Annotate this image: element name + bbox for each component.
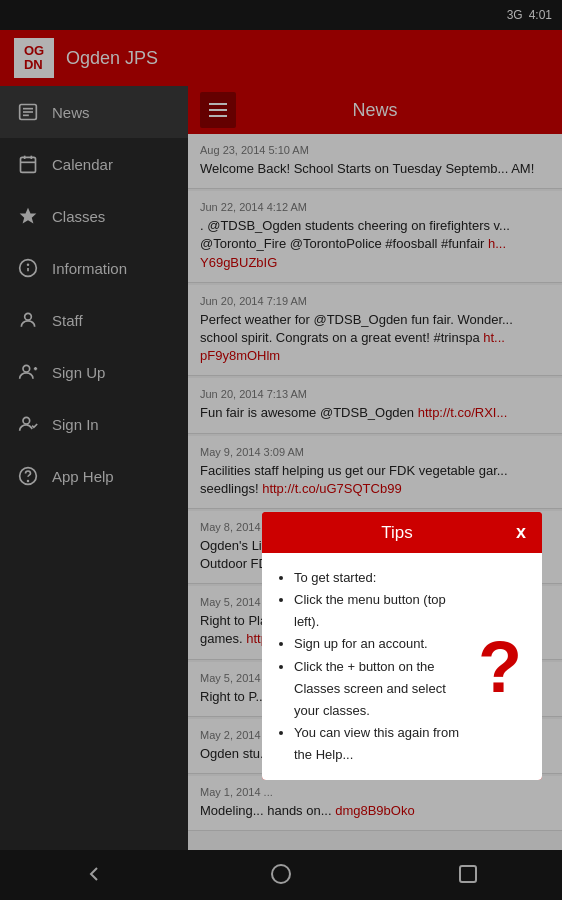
tips-list: To get started: Click the menu button (t… xyxy=(278,567,466,766)
tip-item: To get started: xyxy=(294,567,466,589)
tips-overlay: Tips x To get started: Click the menu bu… xyxy=(0,0,562,900)
tip-item: Click the + button on the Classes screen… xyxy=(294,656,466,722)
tips-close-button[interactable]: x xyxy=(516,522,526,543)
tip-item: You can view this again from the Help... xyxy=(294,722,466,766)
tip-item: Click the menu button (top left). xyxy=(294,589,466,633)
question-mark-icon: ? xyxy=(474,631,526,703)
tips-title: Tips xyxy=(278,523,516,543)
tips-header: Tips x xyxy=(262,512,542,553)
tip-item: Sign up for an account. xyxy=(294,633,466,655)
tips-body: To get started: Click the menu button (t… xyxy=(262,553,542,780)
tips-dialog: Tips x To get started: Click the menu bu… xyxy=(262,512,542,780)
tips-content: To get started: Click the menu button (t… xyxy=(278,567,466,766)
